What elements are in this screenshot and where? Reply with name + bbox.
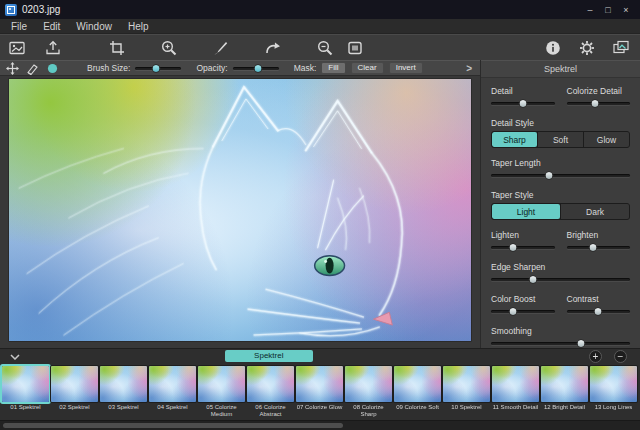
preset-thumbnail[interactable]: 09 Colorize Soft [394, 366, 441, 421]
preset-thumbnail-image [2, 366, 49, 402]
preset-thumbnail-label: 05 Colorize Medium [198, 404, 245, 418]
canvas-area [0, 76, 480, 348]
preset-thumbnail-label: 08 Colorize Sharp [345, 404, 392, 418]
preset-thumbnail-image [100, 366, 147, 402]
preset-thumbnail[interactable]: 12 Bright Detail [541, 366, 588, 421]
mask-fill-button[interactable]: Fill [321, 62, 345, 74]
preset-thumbnail[interactable]: 04 Spektrel [149, 366, 196, 421]
scrollbar-thumb[interactable] [3, 423, 343, 428]
detail-style-soft-button[interactable]: Soft [537, 132, 583, 147]
add-preset-button[interactable]: + [589, 350, 602, 363]
preset-thumbnail[interactable]: 07 Colorize Glow [296, 366, 343, 421]
preset-thumbnail[interactable]: 03 Spektrel [100, 366, 147, 421]
preset-thumbnail-label: 01 Spektrel [2, 404, 49, 411]
preset-thumbnail-image [394, 366, 441, 402]
menu-item-edit[interactable]: Edit [35, 21, 68, 32]
slider-handle[interactable] [518, 99, 527, 108]
presets-icon[interactable] [610, 37, 632, 59]
adjustments-panel: Spektrel Detail Colorize Detail Detail S… [480, 60, 640, 348]
crop-icon[interactable] [106, 37, 128, 59]
contrast-label: Contrast [567, 294, 631, 304]
preset-thumbnail[interactable]: 01 Spektrel [2, 366, 49, 421]
preset-thumbnail[interactable]: 11 Smooth Detail [492, 366, 539, 421]
smoothing-slider[interactable] [491, 339, 630, 348]
detail-style-sharp-button[interactable]: Sharp [492, 132, 537, 147]
detail-style-control: Detail Style Sharp Soft Glow [491, 118, 630, 148]
canvas-image[interactable] [8, 78, 472, 342]
slider-handle[interactable] [577, 339, 586, 348]
move-tool-icon[interactable] [5, 61, 20, 76]
slider-handle[interactable] [594, 307, 603, 316]
preset-thumbnail[interactable]: 08 Colorize Sharp [345, 366, 392, 421]
close-button[interactable]: × [617, 2, 635, 17]
color-boost-slider[interactable] [491, 307, 555, 316]
eraser-tool-icon[interactable] [25, 61, 40, 76]
lighten-slider[interactable] [491, 243, 555, 252]
brighten-slider[interactable] [567, 243, 631, 252]
menu-item-window[interactable]: Window [68, 21, 120, 32]
slider-track [491, 310, 555, 313]
slider-track [491, 246, 555, 249]
preset-thumbnail-label: 04 Spektrel [149, 404, 196, 411]
brush-size-slider[interactable] [135, 64, 181, 73]
toolbar-left-group [6, 37, 64, 59]
slider-handle[interactable] [152, 64, 161, 73]
opacity-slider[interactable] [233, 64, 279, 73]
edge-sharpen-slider[interactable] [491, 275, 630, 284]
slider-track [491, 342, 630, 345]
taper-style-light-button[interactable]: Light [492, 204, 560, 219]
zoom-out-icon[interactable] [314, 37, 336, 59]
mask-invert-button[interactable]: Invert [389, 62, 423, 74]
preset-thumbnail-image [492, 366, 539, 402]
slider-handle[interactable] [509, 307, 518, 316]
detail-row: Detail Colorize Detail [491, 86, 630, 108]
redo-icon[interactable] [262, 37, 284, 59]
brighten-control: Brighten [567, 230, 631, 252]
slider-handle[interactable] [253, 64, 262, 73]
brush-icon[interactable] [210, 37, 232, 59]
preset-thumbnail-image [345, 366, 392, 402]
maximize-button[interactable]: □ [599, 2, 617, 17]
window-controls: – □ × [581, 2, 635, 17]
preset-strip-scrollbar[interactable] [0, 420, 640, 430]
preset-category-badge[interactable]: Spektrel [225, 350, 313, 362]
slider-handle[interactable] [589, 243, 598, 252]
menu-item-help[interactable]: Help [120, 21, 157, 32]
taper-length-label: Taper Length [491, 158, 630, 168]
preset-thumbnail-image [443, 366, 490, 402]
info-icon[interactable] [542, 37, 564, 59]
contrast-slider[interactable] [567, 307, 631, 316]
brush-tool-icon[interactable] [45, 61, 60, 76]
panel-body: Detail Colorize Detail Detail Style Shar… [481, 78, 640, 356]
export-icon[interactable] [42, 37, 64, 59]
slider-handle[interactable] [545, 171, 554, 180]
menu-item-file[interactable]: File [3, 21, 35, 32]
preset-thumbnail[interactable]: 10 Spektrel [443, 366, 490, 421]
new-image-icon[interactable] [6, 37, 28, 59]
colorize-detail-slider[interactable] [567, 99, 631, 108]
slider-handle[interactable] [528, 275, 537, 284]
taper-style-dark-button[interactable]: Dark [560, 204, 629, 219]
expand-options-chevron-icon[interactable]: > [466, 63, 475, 74]
preset-thumbnail[interactable]: 06 Colorize Abstract [247, 366, 294, 421]
preset-thumbnail[interactable]: 05 Colorize Medium [198, 366, 245, 421]
settings-gear-icon[interactable] [576, 37, 598, 59]
slider-handle[interactable] [591, 99, 600, 108]
zoom-in-icon[interactable] [158, 37, 180, 59]
minimize-button[interactable]: – [581, 2, 599, 17]
app-icon [5, 4, 17, 16]
detail-slider[interactable] [491, 99, 555, 108]
lighten-label: Lighten [491, 230, 555, 240]
slider-track [567, 246, 631, 249]
detail-style-glow-button[interactable]: Glow [583, 132, 629, 147]
taper-length-slider[interactable] [491, 171, 630, 180]
mask-clear-button[interactable]: Clear [351, 62, 384, 74]
slider-handle[interactable] [509, 243, 518, 252]
remove-preset-button[interactable]: − [614, 350, 627, 363]
preset-thumbnail[interactable]: 02 Spektrel [51, 366, 98, 421]
preset-thumbnail[interactable]: 13 Long Lines [590, 366, 637, 421]
panel-title: Spektrel [481, 60, 640, 78]
frame-icon[interactable] [344, 37, 366, 59]
toolbar-center-group [106, 37, 366, 59]
collapse-strip-chevron-icon[interactable] [8, 352, 22, 362]
